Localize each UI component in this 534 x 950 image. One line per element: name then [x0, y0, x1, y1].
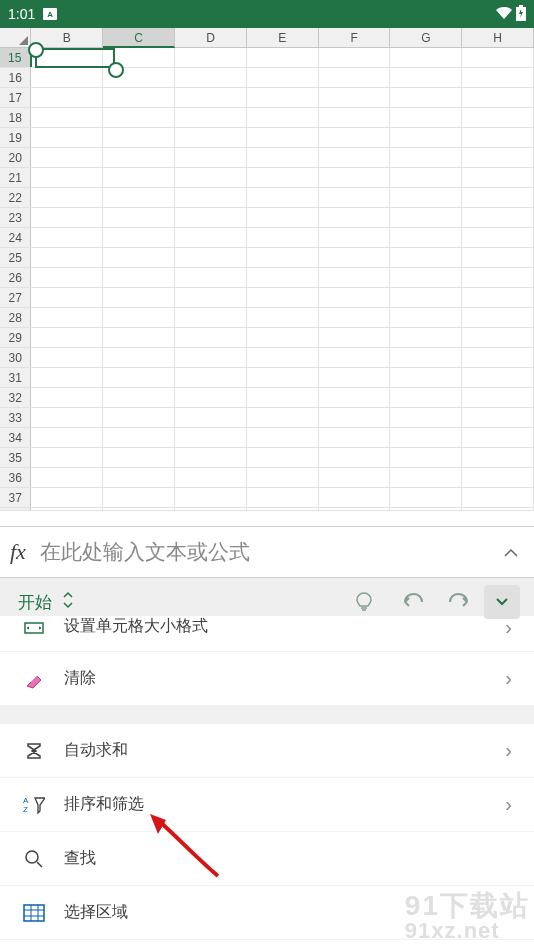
cell[interactable]: [103, 168, 175, 187]
cell[interactable]: [175, 48, 247, 67]
cell[interactable]: [462, 108, 534, 127]
cell[interactable]: [103, 388, 175, 407]
cell[interactable]: [390, 428, 462, 447]
cell[interactable]: [31, 308, 103, 327]
col-header-b[interactable]: B: [31, 28, 103, 47]
cell[interactable]: [462, 288, 534, 307]
cell[interactable]: [175, 348, 247, 367]
cell[interactable]: [175, 468, 247, 487]
cell[interactable]: [462, 88, 534, 107]
cell[interactable]: [103, 148, 175, 167]
undo-button[interactable]: [388, 590, 436, 614]
cell[interactable]: [390, 388, 462, 407]
cell[interactable]: [247, 68, 319, 87]
row-header[interactable]: 24: [0, 228, 31, 247]
cell[interactable]: [103, 328, 175, 347]
cell[interactable]: [247, 408, 319, 427]
cell[interactable]: [31, 488, 103, 507]
row-header[interactable]: 32: [0, 388, 31, 407]
cell[interactable]: [390, 268, 462, 287]
cell[interactable]: [390, 288, 462, 307]
cell[interactable]: [31, 188, 103, 207]
row-header[interactable]: 18: [0, 108, 31, 127]
tell-me-button[interactable]: [340, 591, 388, 613]
col-header-h[interactable]: H: [462, 28, 534, 47]
cell[interactable]: [247, 468, 319, 487]
cell[interactable]: [462, 328, 534, 347]
cell[interactable]: [175, 488, 247, 507]
row-header[interactable]: 38: [0, 508, 31, 510]
row-header[interactable]: 15: [0, 48, 32, 67]
cell[interactable]: [247, 388, 319, 407]
cell[interactable]: [319, 308, 391, 327]
cell[interactable]: [31, 208, 103, 227]
cell[interactable]: [31, 468, 103, 487]
cell[interactable]: [390, 48, 462, 67]
row-header[interactable]: 20: [0, 148, 31, 167]
spreadsheet-grid[interactable]: B C D E F G H 15 16 17 18 19 20 21 22 23…: [0, 28, 534, 526]
cell[interactable]: [319, 228, 391, 247]
ribbon-tab-home[interactable]: 开始: [18, 590, 74, 615]
cell[interactable]: [103, 428, 175, 447]
cell[interactable]: [31, 328, 103, 347]
cell[interactable]: [462, 168, 534, 187]
cell[interactable]: [175, 128, 247, 147]
cell[interactable]: [390, 248, 462, 267]
cell[interactable]: [175, 508, 247, 510]
cell[interactable]: [390, 408, 462, 427]
cell[interactable]: [247, 368, 319, 387]
cell[interactable]: [462, 408, 534, 427]
cell[interactable]: [319, 328, 391, 347]
row-header[interactable]: 35: [0, 448, 31, 467]
cell[interactable]: [247, 428, 319, 447]
cell[interactable]: [247, 248, 319, 267]
cell[interactable]: [247, 128, 319, 147]
cell[interactable]: [175, 148, 247, 167]
row-header[interactable]: 21: [0, 168, 31, 187]
cell[interactable]: [319, 48, 391, 67]
cell[interactable]: [247, 228, 319, 247]
cell[interactable]: [390, 128, 462, 147]
row-header[interactable]: 26: [0, 268, 31, 287]
cell[interactable]: [390, 188, 462, 207]
cell[interactable]: [31, 108, 103, 127]
formula-expand-icon[interactable]: [498, 542, 524, 563]
row-header[interactable]: 31: [0, 368, 31, 387]
row-header[interactable]: 22: [0, 188, 31, 207]
cell[interactable]: [31, 428, 103, 447]
cell[interactable]: [247, 168, 319, 187]
cell[interactable]: [390, 368, 462, 387]
menu-autosum[interactable]: 自动求和 ›: [0, 724, 534, 778]
cell[interactable]: [31, 168, 103, 187]
cell[interactable]: [103, 88, 175, 107]
row-header[interactable]: 16: [0, 68, 31, 87]
cell[interactable]: [175, 248, 247, 267]
cell[interactable]: [319, 348, 391, 367]
cell[interactable]: [31, 228, 103, 247]
cell[interactable]: [462, 148, 534, 167]
cell[interactable]: [103, 348, 175, 367]
cell[interactable]: [319, 188, 391, 207]
cell[interactable]: [103, 288, 175, 307]
row-header[interactable]: 28: [0, 308, 31, 327]
col-header-d[interactable]: D: [175, 28, 247, 47]
cell[interactable]: [32, 48, 104, 67]
cell[interactable]: [390, 148, 462, 167]
row-header[interactable]: 27: [0, 288, 31, 307]
row-header[interactable]: 19: [0, 128, 31, 147]
cell[interactable]: [319, 368, 391, 387]
cell[interactable]: [247, 288, 319, 307]
cell[interactable]: [103, 368, 175, 387]
cell[interactable]: [175, 188, 247, 207]
row-header[interactable]: 36: [0, 468, 31, 487]
cell[interactable]: [103, 268, 175, 287]
cell[interactable]: [319, 248, 391, 267]
menu-clear[interactable]: 清除 ›: [0, 652, 534, 706]
cell[interactable]: [175, 328, 247, 347]
cell[interactable]: [462, 448, 534, 467]
cell[interactable]: [462, 508, 534, 510]
cell[interactable]: [462, 388, 534, 407]
cell[interactable]: [319, 208, 391, 227]
cell[interactable]: [31, 128, 103, 147]
cell[interactable]: [175, 68, 247, 87]
